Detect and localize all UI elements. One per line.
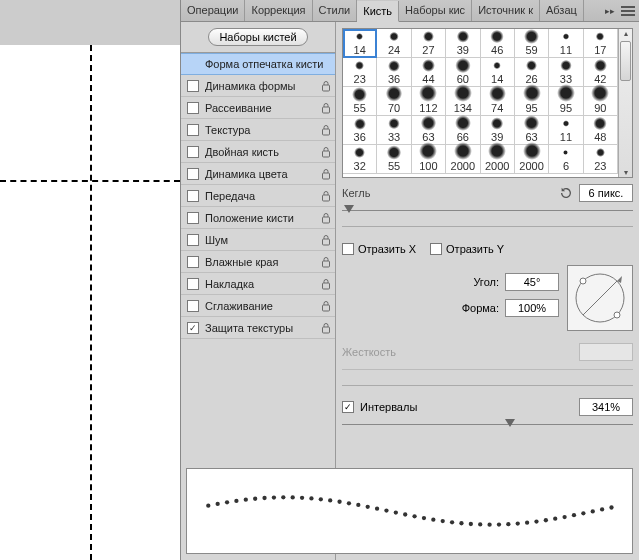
brush-tip[interactable]: 27	[412, 29, 446, 58]
reset-size-icon[interactable]	[559, 186, 573, 200]
brush-tip[interactable]: 26	[515, 58, 549, 87]
brush-option-4[interactable]: Двойная кисть	[181, 141, 335, 163]
option-checkbox[interactable]	[187, 190, 199, 202]
brush-scrollbar[interactable]: ▴ ▾	[618, 29, 632, 177]
svg-point-48	[497, 522, 501, 526]
brush-tip[interactable]: 17	[584, 29, 618, 58]
lock-icon	[321, 322, 331, 334]
brush-option-7[interactable]: Положение кисти	[181, 207, 335, 229]
brush-option-9[interactable]: Влажные края	[181, 251, 335, 273]
collapse-icon[interactable]: ▸▸	[605, 6, 615, 16]
brush-option-3[interactable]: Текстура	[181, 119, 335, 141]
brush-option-5[interactable]: Динамика цвета	[181, 163, 335, 185]
spacing-input[interactable]	[579, 398, 633, 416]
tab-styles[interactable]: Стили	[313, 0, 358, 21]
brush-tip[interactable]: 134	[446, 87, 480, 116]
brush-option-0[interactable]: Форма отпечатка кисти	[181, 53, 335, 75]
brush-tip[interactable]: 63	[412, 116, 446, 145]
brush-tip[interactable]: 70	[377, 87, 411, 116]
brush-option-11[interactable]: Сглаживание	[181, 295, 335, 317]
brush-tip[interactable]: 11	[549, 116, 583, 145]
guide-horizontal	[0, 180, 180, 182]
svg-point-26	[291, 495, 295, 499]
brush-tip[interactable]: 44	[412, 58, 446, 87]
brush-tip[interactable]: 33	[549, 58, 583, 87]
size-slider[interactable]	[342, 206, 633, 216]
brush-tip[interactable]: 36	[377, 58, 411, 87]
brush-tip[interactable]: 55	[377, 145, 411, 174]
angle-input[interactable]	[505, 273, 559, 291]
spacing-slider[interactable]	[342, 420, 633, 430]
option-checkbox[interactable]	[187, 212, 199, 224]
lock-icon	[321, 190, 331, 202]
option-checkbox[interactable]	[187, 80, 199, 92]
brush-tip[interactable]: 74	[481, 87, 515, 116]
brush-tip[interactable]: 6	[549, 145, 583, 174]
brush-tip[interactable]: 42	[584, 58, 618, 87]
brush-presets-button[interactable]: Наборы кистей	[208, 28, 307, 46]
size-input[interactable]	[579, 184, 633, 202]
brush-tip[interactable]: 66	[446, 116, 480, 145]
tab-brush-presets[interactable]: Наборы кис	[399, 0, 472, 21]
brush-tip[interactable]: 2000	[446, 145, 480, 174]
brush-tip[interactable]: 33	[377, 116, 411, 145]
brush-tip[interactable]: 32	[343, 145, 377, 174]
tab-clone-source[interactable]: Источник к	[472, 0, 540, 21]
brush-tip[interactable]: 59	[515, 29, 549, 58]
tab-correction[interactable]: Коррекция	[245, 0, 312, 21]
svg-point-37	[394, 510, 398, 514]
brush-option-12[interactable]: ✓Защита текстуры	[181, 317, 335, 339]
angle-widget[interactable]	[567, 265, 633, 331]
brush-tip[interactable]: 100	[412, 145, 446, 174]
brush-tip[interactable]: 23	[343, 58, 377, 87]
tab-operations[interactable]: Операции	[181, 0, 245, 21]
option-checkbox[interactable]	[187, 234, 199, 246]
brush-tip[interactable]: 48	[584, 116, 618, 145]
brush-tip[interactable]: 36	[343, 116, 377, 145]
brush-tip[interactable]: 23	[584, 145, 618, 174]
brush-tip[interactable]: 14	[343, 29, 377, 58]
brush-tip[interactable]: 2000	[515, 145, 549, 174]
brush-tip[interactable]: 11	[549, 29, 583, 58]
brush-tip[interactable]: 90	[584, 87, 618, 116]
option-checkbox[interactable]	[187, 146, 199, 158]
option-checkbox[interactable]	[187, 278, 199, 290]
brush-tip[interactable]: 112	[412, 87, 446, 116]
option-label: Передача	[205, 190, 321, 202]
scrollbar-thumb[interactable]	[620, 41, 631, 81]
brush-option-6[interactable]: Передача	[181, 185, 335, 207]
brush-option-8[interactable]: Шум	[181, 229, 335, 251]
option-label: Шум	[205, 234, 321, 246]
svg-point-42	[441, 519, 445, 523]
brush-tip[interactable]: 55	[343, 87, 377, 116]
spacing-checkbox[interactable]: ✓	[342, 401, 354, 413]
brush-tip[interactable]: 46	[481, 29, 515, 58]
flip-x-checkbox[interactable]	[342, 243, 354, 255]
svg-point-44	[459, 521, 463, 525]
brush-tip[interactable]: 63	[515, 116, 549, 145]
flip-y-checkbox[interactable]	[430, 243, 442, 255]
option-checkbox[interactable]: ✓	[187, 322, 199, 334]
option-checkbox[interactable]	[187, 124, 199, 136]
brush-tip[interactable]: 39	[481, 116, 515, 145]
brush-option-10[interactable]: Накладка	[181, 273, 335, 295]
tab-brush[interactable]: Кисть	[357, 1, 399, 22]
brush-option-1[interactable]: Динамика формы	[181, 75, 335, 97]
brush-option-2[interactable]: Рассеивание	[181, 97, 335, 119]
brush-tip[interactable]: 2000	[481, 145, 515, 174]
brush-tip[interactable]: 95	[515, 87, 549, 116]
option-checkbox[interactable]	[187, 256, 199, 268]
brush-tip[interactable]: 24	[377, 29, 411, 58]
option-checkbox[interactable]	[187, 102, 199, 114]
brush-tip[interactable]: 60	[446, 58, 480, 87]
tab-paragraph[interactable]: Абзац	[540, 0, 584, 21]
brush-tip[interactable]: 95	[549, 87, 583, 116]
option-checkbox[interactable]	[187, 168, 199, 180]
brush-tip[interactable]: 14	[481, 58, 515, 87]
option-checkbox[interactable]	[187, 300, 199, 312]
svg-point-17	[206, 504, 210, 508]
brush-tip[interactable]: 39	[446, 29, 480, 58]
panel-menu-icon[interactable]	[621, 6, 635, 16]
canvas-area	[0, 0, 180, 560]
roundness-input[interactable]	[505, 299, 559, 317]
